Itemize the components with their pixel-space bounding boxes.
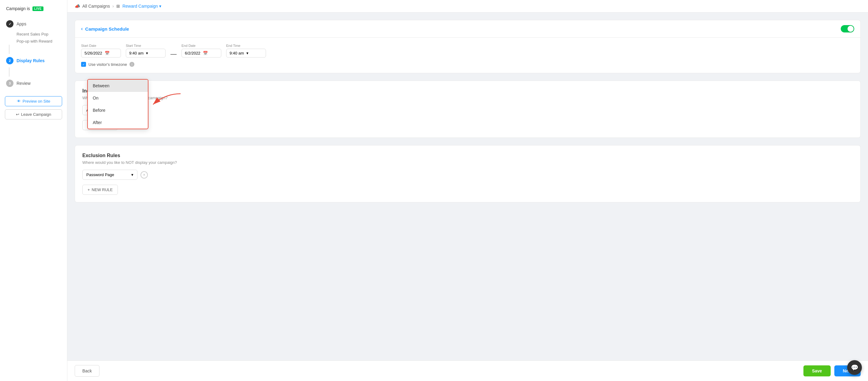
- footer: Back Save Next: [67, 360, 868, 381]
- exclusion-rule-row: Password Page ▾ ×: [82, 170, 853, 180]
- back-button[interactable]: Back: [75, 365, 99, 377]
- dropdown-option-after[interactable]: After: [88, 116, 148, 129]
- live-badge: LIVE: [32, 6, 43, 11]
- exclusion-rule-value: Password Page: [86, 172, 114, 177]
- timezone-row: ✓ Use visitor's timezone i: [81, 62, 854, 67]
- end-time-value: 9:40 am: [229, 51, 244, 55]
- sidebar-item-apps-label: Apps: [17, 22, 26, 26]
- chat-icon: 💬: [851, 364, 859, 371]
- exclusion-rules-subtitle: Where would you like to NOT display your…: [82, 160, 853, 165]
- exclusion-rules-title: Exclusion Rules: [82, 153, 853, 158]
- grid-icon: ⊞: [116, 4, 120, 8]
- sub-item-recent-sales[interactable]: Recent Sales Pop: [17, 31, 67, 38]
- preview-on-site-button[interactable]: 👁 Preview on Site: [5, 96, 62, 106]
- main-content: 📣 All Campaigns › ⊞ Reward Campaign ▾ ‹ …: [67, 0, 868, 381]
- exit-icon: ↩: [16, 112, 19, 117]
- leave-campaign-button[interactable]: ↩ Leave Campaign: [5, 109, 62, 119]
- schedule-row-top: Start Date 5/26/2022 📅 Start Time: [81, 44, 854, 58]
- info-icon[interactable]: i: [129, 62, 134, 67]
- plus-icon-exclusion: +: [88, 187, 90, 192]
- end-date-label: End Date: [182, 44, 221, 48]
- sidebar-item-review-label: Review: [17, 81, 31, 86]
- schedule-title-text: Campaign Schedule: [85, 26, 129, 32]
- check-icon: ✓: [82, 63, 85, 66]
- start-time-value: 9:40 am: [129, 51, 144, 55]
- exclusion-rule-remove[interactable]: ×: [141, 171, 148, 179]
- end-date-value: 6/2/2022: [185, 51, 200, 55]
- sidebar-divider-2: [9, 67, 9, 77]
- breadcrumb-current-label: Reward Campaign: [122, 4, 158, 8]
- preview-label: Preview on Site: [23, 99, 50, 104]
- exclusion-new-rule-button[interactable]: + NEW RULE: [82, 185, 118, 195]
- campaign-status: Campaign is LIVE: [0, 6, 67, 17]
- breadcrumb-separator: ›: [112, 4, 114, 8]
- schedule-body: Start Date 5/26/2022 📅 Start Time: [75, 38, 860, 73]
- calendar-icon-end: 📅: [203, 51, 208, 55]
- leave-label: Leave Campaign: [21, 112, 51, 117]
- sidebar-actions: 👁 Preview on Site ↩ Leave Campaign: [0, 96, 67, 119]
- collapse-icon: ‹: [81, 26, 83, 32]
- chevron-down-start-time: ▾: [146, 51, 148, 55]
- schedule-toggle[interactable]: [841, 25, 854, 32]
- sidebar-sub-items-apps: Recent Sales Pop Pop-up with Reward: [0, 31, 67, 45]
- megaphone-icon: 📣: [75, 4, 80, 8]
- close-icon-exclusion: ×: [143, 173, 145, 177]
- toggle-knob: [847, 26, 854, 32]
- eye-icon: 👁: [17, 99, 21, 104]
- step-3-circle: 3: [6, 80, 13, 87]
- end-date-group: End Date 6/2/2022 📅: [182, 44, 221, 58]
- dropdown-option-on[interactable]: On: [88, 92, 148, 104]
- sub-item-popup-reward[interactable]: Pop-up with Reward: [17, 38, 67, 45]
- schedule-title[interactable]: ‹ Campaign Schedule: [81, 26, 129, 32]
- chevron-down-exclusion: ▾: [131, 172, 133, 177]
- start-date-input[interactable]: 5/26/2022 📅: [81, 49, 121, 58]
- dash-separator: —: [170, 51, 177, 58]
- page-area: ‹ Campaign Schedule Start Date: [67, 12, 868, 360]
- inclusion-rules-title: Inclusion Rules: [82, 88, 853, 94]
- schedule-type-dropdown: Between On Before After: [87, 79, 149, 129]
- breadcrumb: 📣 All Campaigns › ⊞ Reward Campaign ▾: [75, 4, 161, 8]
- dropdown-option-before[interactable]: Before: [88, 104, 148, 116]
- calendar-icon-start: 📅: [105, 51, 110, 55]
- step-1-circle: ✓: [6, 20, 13, 28]
- sidebar-divider-1: [9, 45, 9, 54]
- breadcrumb-current[interactable]: Reward Campaign ▾: [122, 4, 161, 8]
- inclusion-rule-row: All Pages ▾ ×: [82, 105, 853, 115]
- start-date-value: 5/26/2022: [85, 51, 102, 55]
- start-time-group: Start Time 9:40 am ▾: [126, 44, 165, 58]
- end-time-label: End Time: [226, 44, 266, 48]
- start-date-group: Start Date 5/26/2022 📅: [81, 44, 121, 58]
- dropdown-option-between[interactable]: Between: [88, 80, 148, 92]
- campaign-status-text: Campaign is: [6, 6, 30, 11]
- exclusion-rules-section: Exclusion Rules Where would you like to …: [75, 145, 861, 202]
- timezone-checkbox[interactable]: ✓: [81, 62, 86, 67]
- chevron-down-end-time: ▾: [246, 51, 249, 55]
- breadcrumb-root[interactable]: All Campaigns: [82, 4, 110, 8]
- schedule-content-wrapper: Start Date 5/26/2022 📅 Start Time: [81, 44, 854, 67]
- end-date-input[interactable]: 6/2/2022 📅: [182, 49, 221, 58]
- end-time-select[interactable]: 9:40 am ▾: [226, 49, 266, 58]
- header: 📣 All Campaigns › ⊞ Reward Campaign ▾: [67, 0, 868, 12]
- chevron-down-icon: ▾: [159, 4, 161, 8]
- app-container: Campaign is LIVE ✓ Apps Recent Sales Pop…: [0, 0, 868, 381]
- inclusion-rules-section: Inclusion Rules Where would you like to …: [75, 81, 861, 138]
- sidebar-item-display-rules[interactable]: 2 Display Rules: [0, 54, 67, 67]
- exclusion-new-rule-label: NEW RULE: [92, 187, 113, 192]
- exclusion-rule-select[interactable]: Password Page ▾: [82, 170, 137, 180]
- start-time-label: Start Time: [126, 44, 165, 48]
- start-time-select[interactable]: 9:40 am ▾: [126, 49, 165, 58]
- save-button[interactable]: Save: [803, 365, 831, 376]
- start-date-label: Start Date: [81, 44, 121, 48]
- sidebar-item-display-rules-label: Display Rules: [17, 58, 45, 63]
- end-time-group: End Time 9:40 am ▾: [226, 44, 266, 58]
- sidebar-item-apps[interactable]: ✓ Apps: [0, 17, 67, 31]
- step-2-circle: 2: [6, 57, 13, 64]
- sidebar-item-review[interactable]: 3 Review: [0, 77, 67, 90]
- timezone-label: Use visitor's timezone: [89, 62, 127, 67]
- inclusion-rules-subtitle: Where would you like to display your cam…: [82, 95, 853, 100]
- campaign-schedule-card: ‹ Campaign Schedule Start Date: [75, 20, 861, 73]
- schedule-header: ‹ Campaign Schedule: [75, 20, 860, 38]
- sidebar: Campaign is LIVE ✓ Apps Recent Sales Pop…: [0, 0, 67, 381]
- chat-bubble-button[interactable]: 💬: [847, 360, 862, 375]
